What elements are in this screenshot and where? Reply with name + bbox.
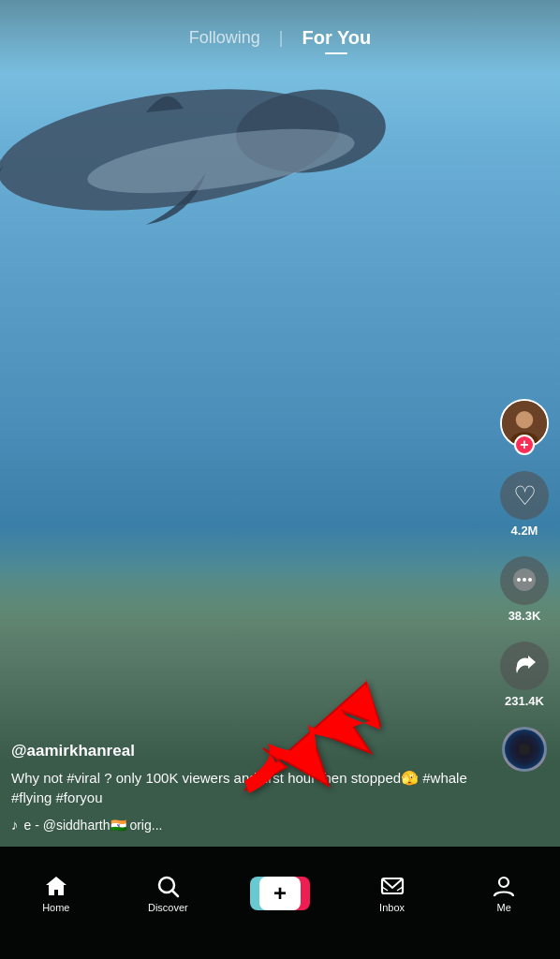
- me-icon: [492, 874, 516, 898]
- share-button[interactable]: [500, 642, 549, 690]
- tab-divider: |: [279, 28, 284, 48]
- plus-white-bg: +: [259, 877, 301, 910]
- whale-silhouette: [0, 56, 431, 243]
- plus-sign-icon: +: [273, 880, 287, 907]
- comment-icon: [510, 567, 538, 595]
- red-arrow-indicator: [235, 673, 385, 795]
- svg-point-14: [499, 878, 508, 887]
- svg-line-12: [172, 891, 178, 896]
- music-disc[interactable]: [502, 727, 547, 772]
- share-count: 231.4K: [505, 694, 544, 708]
- music-info[interactable]: ♪ e - @siddharth🇮🇳 orig...: [11, 817, 490, 833]
- comment-button[interactable]: [500, 556, 549, 605]
- nav-inbox[interactable]: Inbox: [336, 874, 449, 913]
- nav-inbox-label: Inbox: [379, 902, 405, 913]
- music-text: e - @siddharth🇮🇳 orig...: [24, 818, 163, 833]
- right-actions: + ♡ 4.2M 38.3K: [500, 399, 549, 772]
- music-note-icon: ♪: [11, 817, 19, 833]
- nav-discover-label: Discover: [148, 902, 188, 913]
- comment-count: 38.3K: [508, 609, 541, 623]
- app-container: Following | For You +: [0, 0, 560, 959]
- discover-icon: [155, 874, 180, 898]
- share-icon: [511, 653, 538, 679]
- like-count: 4.2M: [511, 524, 538, 538]
- follow-plus-button[interactable]: +: [514, 435, 535, 455]
- like-action: ♡ 4.2M: [500, 471, 549, 538]
- bottom-nav: Home Discover +: [0, 847, 560, 959]
- creator-avatar-section: +: [500, 399, 549, 452]
- music-disc-center: [519, 744, 530, 755]
- nav-me-label: Me: [497, 902, 511, 913]
- nav-home[interactable]: Home: [0, 874, 112, 913]
- header-tabs: Following | For You: [178, 20, 382, 56]
- tab-following[interactable]: Following: [178, 21, 272, 55]
- nav-home-label: Home: [42, 902, 69, 913]
- heart-icon: ♡: [513, 480, 537, 511]
- svg-point-7: [517, 578, 521, 582]
- create-button[interactable]: +: [256, 877, 304, 910]
- svg-point-4: [516, 411, 533, 428]
- header: Following | For You: [0, 0, 560, 75]
- like-button[interactable]: ♡: [500, 471, 549, 520]
- avatar-container: +: [500, 399, 549, 448]
- svg-point-9: [528, 578, 532, 582]
- share-action: 231.4K: [500, 642, 549, 708]
- nav-discover[interactable]: Discover: [112, 874, 225, 913]
- home-icon: [44, 874, 68, 898]
- arrow-svg: [235, 673, 385, 795]
- nav-me[interactable]: Me: [448, 874, 560, 913]
- inbox-icon: [380, 874, 405, 898]
- tab-foryou[interactable]: For You: [291, 20, 383, 56]
- comment-action: 38.3K: [500, 556, 549, 623]
- svg-point-8: [523, 578, 526, 582]
- nav-create[interactable]: +: [224, 877, 336, 910]
